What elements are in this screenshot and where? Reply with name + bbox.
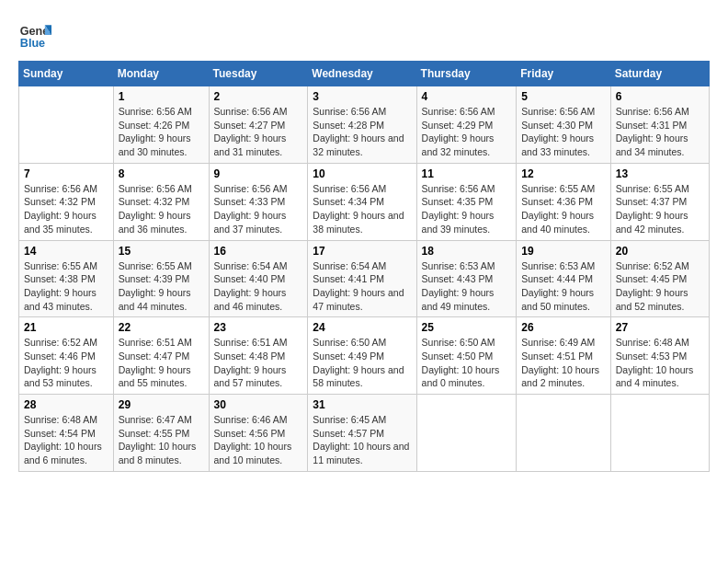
- sunrise-text: Sunrise: 6:48 AM: [616, 336, 704, 350]
- daylight-text: Daylight: 10 hours and 0 minutes.: [422, 363, 512, 390]
- sunset-text: Sunset: 4:54 PM: [24, 427, 108, 441]
- sunrise-text: Sunrise: 6:56 AM: [119, 105, 204, 119]
- day-cell: 25 Sunrise: 6:50 AM Sunset: 4:50 PM Dayl…: [416, 317, 517, 395]
- sunrise-text: Sunrise: 6:56 AM: [313, 105, 411, 119]
- day-number: 26: [521, 321, 605, 334]
- daylight-text: Daylight: 9 hours and 30 minutes.: [119, 132, 204, 158]
- day-cell: [610, 395, 709, 472]
- sunrise-text: Sunrise: 6:49 AM: [521, 336, 605, 350]
- day-info: Sunrise: 6:56 AM Sunset: 4:35 PM Dayligh…: [422, 182, 512, 236]
- day-info: Sunrise: 6:50 AM Sunset: 4:49 PM Dayligh…: [313, 336, 411, 390]
- day-info: Sunrise: 6:56 AM Sunset: 4:33 PM Dayligh…: [214, 182, 303, 236]
- daylight-text: Daylight: 10 hours and 6 minutes.: [24, 440, 108, 466]
- sunset-text: Sunset: 4:49 PM: [313, 350, 411, 363]
- header-cell-monday: Monday: [113, 62, 209, 86]
- day-number: 31: [313, 398, 411, 411]
- sunrise-text: Sunrise: 6:56 AM: [422, 182, 512, 196]
- day-cell: 21 Sunrise: 6:52 AM Sunset: 4:46 PM Dayl…: [19, 317, 114, 395]
- day-cell: 13 Sunrise: 6:55 AM Sunset: 4:37 PM Dayl…: [610, 163, 709, 240]
- day-info: Sunrise: 6:56 AM Sunset: 4:32 PM Dayligh…: [24, 182, 108, 236]
- sunrise-text: Sunrise: 6:50 AM: [422, 336, 512, 350]
- sunrise-text: Sunrise: 6:48 AM: [24, 413, 108, 427]
- header-cell-wednesday: Wednesday: [308, 62, 416, 86]
- sunset-text: Sunset: 4:55 PM: [119, 427, 204, 441]
- sunset-text: Sunset: 4:35 PM: [422, 195, 512, 209]
- day-cell: [517, 395, 610, 472]
- sunset-text: Sunset: 4:36 PM: [521, 195, 605, 209]
- sunrise-text: Sunrise: 6:54 AM: [214, 259, 303, 273]
- daylight-text: Daylight: 9 hours and 39 minutes.: [422, 209, 512, 236]
- day-cell: 8 Sunrise: 6:56 AM Sunset: 4:32 PM Dayli…: [113, 163, 209, 240]
- day-cell: 10 Sunrise: 6:56 AM Sunset: 4:34 PM Dayl…: [308, 163, 416, 240]
- daylight-text: Daylight: 9 hours and 36 minutes.: [119, 209, 204, 236]
- header-cell-sunday: Sunday: [19, 62, 114, 86]
- day-info: Sunrise: 6:49 AM Sunset: 4:51 PM Dayligh…: [521, 336, 605, 390]
- daylight-text: Daylight: 9 hours and 37 minutes.: [214, 209, 303, 236]
- day-number: 21: [24, 321, 108, 334]
- daylight-text: Daylight: 9 hours and 32 minutes.: [313, 132, 411, 158]
- day-number: 14: [24, 245, 108, 258]
- sunset-text: Sunset: 4:39 PM: [119, 272, 204, 286]
- sunset-text: Sunset: 4:53 PM: [616, 350, 704, 363]
- sunrise-text: Sunrise: 6:53 AM: [422, 259, 512, 273]
- sunset-text: Sunset: 4:31 PM: [616, 119, 704, 132]
- sunset-text: Sunset: 4:44 PM: [521, 272, 605, 286]
- sunrise-text: Sunrise: 6:56 AM: [313, 182, 411, 196]
- day-number: 15: [119, 245, 204, 258]
- day-number: 5: [521, 90, 605, 103]
- day-info: Sunrise: 6:54 AM Sunset: 4:41 PM Dayligh…: [313, 259, 411, 314]
- sunset-text: Sunset: 4:28 PM: [313, 119, 411, 132]
- day-info: Sunrise: 6:46 AM Sunset: 4:56 PM Dayligh…: [214, 413, 303, 467]
- sunset-text: Sunset: 4:30 PM: [521, 119, 605, 132]
- daylight-text: Daylight: 9 hours and 42 minutes.: [616, 209, 704, 236]
- daylight-text: Daylight: 9 hours and 52 minutes.: [616, 286, 704, 313]
- day-number: 6: [616, 90, 704, 103]
- day-cell: 19 Sunrise: 6:53 AM Sunset: 4:44 PM Dayl…: [517, 240, 610, 317]
- day-info: Sunrise: 6:56 AM Sunset: 4:29 PM Dayligh…: [422, 105, 512, 159]
- sunrise-text: Sunrise: 6:55 AM: [119, 259, 204, 273]
- sunrise-text: Sunrise: 6:56 AM: [616, 105, 704, 119]
- daylight-text: Daylight: 10 hours and 8 minutes.: [119, 440, 204, 466]
- sunrise-text: Sunrise: 6:46 AM: [214, 413, 303, 427]
- day-cell: 29 Sunrise: 6:47 AM Sunset: 4:55 PM Dayl…: [113, 395, 209, 472]
- day-cell: 24 Sunrise: 6:50 AM Sunset: 4:49 PM Dayl…: [308, 317, 416, 395]
- day-number: 18: [422, 245, 512, 258]
- day-cell: 16 Sunrise: 6:54 AM Sunset: 4:40 PM Dayl…: [209, 240, 308, 317]
- calendar-table: SundayMondayTuesdayWednesdayThursdayFrid…: [18, 61, 710, 472]
- day-info: Sunrise: 6:45 AM Sunset: 4:57 PM Dayligh…: [313, 413, 411, 467]
- sunrise-text: Sunrise: 6:51 AM: [214, 336, 303, 350]
- day-info: Sunrise: 6:56 AM Sunset: 4:26 PM Dayligh…: [119, 105, 204, 159]
- day-cell: 7 Sunrise: 6:56 AM Sunset: 4:32 PM Dayli…: [19, 163, 114, 240]
- day-info: Sunrise: 6:56 AM Sunset: 4:32 PM Dayligh…: [119, 182, 204, 236]
- day-info: Sunrise: 6:55 AM Sunset: 4:39 PM Dayligh…: [119, 259, 204, 314]
- day-info: Sunrise: 6:47 AM Sunset: 4:55 PM Dayligh…: [119, 413, 204, 467]
- day-cell: 11 Sunrise: 6:56 AM Sunset: 4:35 PM Dayl…: [416, 163, 517, 240]
- day-cell: 1 Sunrise: 6:56 AM Sunset: 4:26 PM Dayli…: [113, 86, 209, 164]
- sunset-text: Sunset: 4:33 PM: [214, 195, 303, 209]
- day-number: 10: [313, 167, 411, 180]
- day-info: Sunrise: 6:52 AM Sunset: 4:45 PM Dayligh…: [616, 259, 704, 314]
- daylight-text: Daylight: 9 hours and 50 minutes.: [521, 286, 605, 313]
- daylight-text: Daylight: 10 hours and 11 minutes.: [313, 440, 411, 466]
- daylight-text: Daylight: 10 hours and 10 minutes.: [214, 440, 303, 466]
- header-cell-saturday: Saturday: [610, 62, 709, 86]
- sunset-text: Sunset: 4:43 PM: [422, 272, 512, 286]
- header-cell-friday: Friday: [517, 62, 610, 86]
- day-cell: 22 Sunrise: 6:51 AM Sunset: 4:47 PM Dayl…: [113, 317, 209, 395]
- sunrise-text: Sunrise: 6:55 AM: [521, 182, 605, 196]
- daylight-text: Daylight: 9 hours and 31 minutes.: [214, 132, 303, 158]
- day-cell: 3 Sunrise: 6:56 AM Sunset: 4:28 PM Dayli…: [308, 86, 416, 164]
- sunrise-text: Sunrise: 6:56 AM: [422, 105, 512, 119]
- day-number: 22: [119, 321, 204, 334]
- day-cell: 27 Sunrise: 6:48 AM Sunset: 4:53 PM Dayl…: [610, 317, 709, 395]
- day-number: 29: [119, 398, 204, 411]
- day-info: Sunrise: 6:53 AM Sunset: 4:44 PM Dayligh…: [521, 259, 605, 314]
- day-info: Sunrise: 6:51 AM Sunset: 4:47 PM Dayligh…: [119, 336, 204, 390]
- daylight-text: Daylight: 9 hours and 44 minutes.: [119, 286, 204, 313]
- sunset-text: Sunset: 4:56 PM: [214, 427, 303, 441]
- day-number: 27: [616, 321, 704, 334]
- sunrise-text: Sunrise: 6:47 AM: [119, 413, 204, 427]
- header-cell-thursday: Thursday: [416, 62, 517, 86]
- day-number: 19: [521, 245, 605, 258]
- sunset-text: Sunset: 4:57 PM: [313, 427, 411, 441]
